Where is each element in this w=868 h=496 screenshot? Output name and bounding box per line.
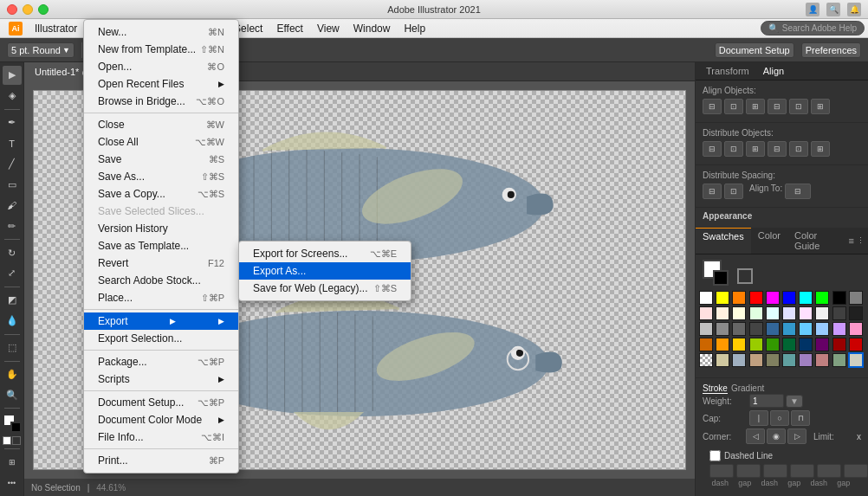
swatch-gray66[interactable] [732, 322, 746, 336]
align-center-horiz-btn[interactable]: ⊡ [724, 99, 743, 114]
swatch-teal[interactable] [782, 353, 796, 367]
minimize-window-button[interactable] [23, 4, 33, 15]
gap1-input[interactable] [736, 464, 761, 478]
swatch-dark-green[interactable] [782, 338, 796, 351]
menu-item-save[interactable]: Save ⌘S [84, 151, 238, 168]
swatch-tan[interactable] [716, 353, 729, 367]
menu-illustrator[interactable]: Illustrator [28, 21, 84, 36]
maximize-window-button[interactable] [38, 4, 49, 15]
swatch-checker[interactable] [699, 353, 713, 367]
doc-setup-button[interactable]: Document Setup [715, 42, 794, 58]
round-cap-btn[interactable]: ○ [770, 410, 789, 426]
menu-item-save-web[interactable]: Save for Web (Legacy)... ⇧⌘S [239, 280, 411, 297]
tab-color-guide[interactable]: Color Guide [787, 228, 849, 254]
swatch-light-pink[interactable] [699, 306, 713, 320]
swatches-options-icon[interactable]: ⋮ [857, 236, 865, 245]
more-tools-btn[interactable]: ••• [3, 473, 22, 493]
gradient-tool[interactable]: ◩ [3, 291, 22, 310]
align-bottom-edge-btn[interactable]: ⊞ [811, 99, 830, 114]
swatch-near-black[interactable] [849, 306, 863, 320]
dash1-input[interactable] [709, 464, 734, 478]
projecting-cap-btn[interactable]: ⊓ [791, 410, 810, 426]
hand-tool[interactable]: ✋ [3, 365, 22, 384]
swatch-light-peach[interactable] [716, 306, 729, 320]
line-tool[interactable]: ╱ [3, 155, 22, 174]
pen-tool[interactable]: ✒ [3, 113, 22, 132]
scale-tool[interactable]: ⤢ [3, 264, 22, 283]
butt-cap-btn[interactable]: | [749, 410, 768, 426]
menu-item-version-history[interactable]: Version History [84, 220, 238, 237]
swatch-brown[interactable] [699, 338, 713, 351]
align-to-selector[interactable]: ⊟ [785, 184, 811, 199]
menu-item-package[interactable]: Package... ⌥⌘P [84, 353, 238, 370]
stroke-color-box[interactable] [713, 270, 729, 286]
pencil-tool[interactable]: ✏ [3, 216, 22, 235]
libraries-btn[interactable]: ⊞ [3, 453, 22, 472]
swatch-light-violet[interactable] [799, 306, 813, 320]
artboard-tool[interactable]: ⬚ [3, 338, 22, 358]
swatch-slate[interactable] [732, 353, 746, 367]
swatch-navy[interactable] [799, 338, 813, 351]
gap3-input[interactable] [844, 464, 868, 478]
menu-item-scripts[interactable]: Scripts [84, 370, 238, 388]
swatch-pale-blue[interactable] [815, 322, 829, 336]
distribute-vert-space-btn[interactable]: ⊡ [724, 184, 743, 199]
miter-corner-btn[interactable]: ◁ [746, 428, 765, 444]
preferences-button[interactable]: Preferences [801, 42, 861, 58]
menu-item-new-template[interactable]: New from Template... ⇧⌘N [84, 41, 238, 58]
distribute-left-btn[interactable]: ⊟ [703, 141, 722, 157]
direct-select-tool[interactable]: ◈ [3, 87, 22, 106]
align-center-vert-btn[interactable]: ⊡ [789, 99, 808, 114]
menu-item-export-as[interactable]: Export As... [239, 262, 411, 280]
menu-item-export[interactable]: Export ▶ [84, 312, 238, 330]
swatch-black[interactable] [832, 291, 846, 305]
distribute-center-vert-btn[interactable]: ⊡ [789, 141, 808, 157]
menu-view[interactable]: View [310, 21, 347, 36]
eyedropper-tool[interactable]: 💧 [3, 312, 22, 331]
bevel-corner-btn[interactable]: ▷ [787, 428, 806, 444]
swatch-gold[interactable] [732, 338, 746, 351]
menu-item-open-recent[interactable]: Open Recent Files [84, 75, 238, 93]
menu-item-export-screens[interactable]: Export for Screens... ⌥⌘E [239, 245, 411, 262]
swatch-lavender[interactable] [832, 322, 846, 336]
tab-gradient[interactable]: Gradient [731, 383, 764, 394]
weight-dropdown[interactable]: ▼ [786, 395, 803, 408]
swatch-gray44[interactable] [749, 322, 763, 336]
swatch-red[interactable] [749, 291, 763, 305]
rotate-tool[interactable]: ↻ [3, 243, 22, 262]
fill-stroke-selector[interactable] [3, 414, 22, 433]
search-adobe-input[interactable]: Search Adobe Help [782, 23, 857, 33]
close-window-button[interactable] [7, 4, 17, 15]
swatch-light-blue[interactable] [782, 306, 796, 320]
swatch-purple[interactable] [815, 338, 829, 351]
menu-item-save-as[interactable]: Save As... ⇧⌘S [84, 168, 238, 185]
swatch-white[interactable] [699, 291, 713, 305]
menu-item-doc-setup[interactable]: Document Setup... ⌥⌘P [84, 394, 238, 411]
gap2-input[interactable] [790, 464, 814, 478]
swatch-selected[interactable] [849, 353, 863, 367]
menu-item-export-selection[interactable]: Export Selection... [84, 330, 238, 347]
swatch-cyan[interactable] [799, 291, 813, 305]
align-left-edge-btn[interactable]: ⊟ [703, 99, 722, 114]
rect-tool[interactable]: ▭ [3, 175, 22, 194]
round-corner-btn[interactable]: ◉ [767, 428, 786, 444]
menu-item-revert[interactable]: Revert F12 [84, 254, 238, 272]
menu-item-save-template[interactable]: Save as Template... [84, 237, 238, 254]
menu-window[interactable]: Window [347, 21, 398, 36]
swatch-dark-gray[interactable] [832, 306, 846, 320]
swatch-yellow[interactable] [716, 291, 729, 305]
align-right-edge-btn[interactable]: ⊞ [746, 99, 765, 114]
swatch-dark-red[interactable] [832, 338, 846, 351]
swatch-blue[interactable] [782, 291, 796, 305]
zoom-tool[interactable]: 🔍 [3, 385, 22, 404]
dashed-line-checkbox[interactable] [709, 450, 721, 461]
none-color-btn[interactable] [737, 268, 753, 284]
user-icon[interactable]: 👤 [806, 3, 819, 16]
swatch-sage[interactable] [832, 353, 846, 367]
swatch-crimson[interactable] [849, 338, 863, 351]
swatch-orange[interactable] [732, 291, 746, 305]
paintbrush-tool[interactable]: 🖌 [3, 196, 22, 215]
swatch-green[interactable] [815, 291, 829, 305]
weight-input[interactable] [749, 394, 784, 408]
tab-transform[interactable]: Transform [699, 62, 756, 80]
